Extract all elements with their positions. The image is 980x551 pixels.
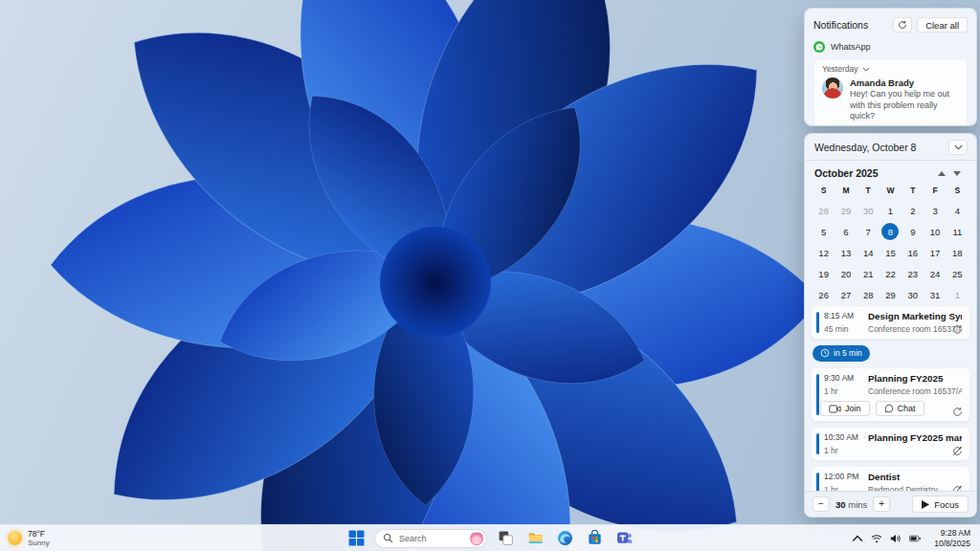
event-time: 9:30 AM [824, 373, 862, 384]
event-time: 8:15 AM [824, 311, 862, 321]
edge-icon [557, 530, 573, 546]
calendar-day[interactable]: 15 [880, 242, 902, 263]
calendar-day[interactable]: 9 [902, 221, 924, 242]
calendar-day[interactable]: 29 [835, 200, 857, 221]
event-location [868, 446, 962, 455]
battery-icon [909, 533, 921, 544]
focus-button[interactable]: Focus [912, 496, 969, 513]
sun-icon [8, 531, 22, 545]
duration-increase-button[interactable]: + [873, 496, 890, 512]
calendar-day[interactable]: 24 [924, 263, 946, 284]
taskbar: 78°F Sunny Search [0, 524, 980, 551]
events-list: 8:15 AMDesign Marketing Sync45 minConfer… [805, 302, 976, 517]
calendar-day[interactable]: 11 [947, 221, 969, 242]
taskbar-store-button[interactable] [583, 527, 606, 550]
volume-icon [890, 533, 902, 544]
event-card[interactable]: 10:30 AMPlanning FY2025 marketing1 hr [811, 427, 970, 461]
calendar-day[interactable]: 2 [902, 200, 924, 221]
join-button[interactable]: Join [820, 401, 870, 416]
event-title: Design Marketing Sync [868, 311, 962, 321]
chevron-down-icon[interactable] [862, 67, 870, 72]
start-button[interactable] [345, 527, 368, 550]
tray-volume-button[interactable] [887, 529, 904, 548]
notifications-title: Notifications [813, 19, 893, 31]
event-card[interactable]: 8:15 AMDesign Marketing Sync45 minConfer… [811, 305, 970, 340]
calendar-day[interactable]: 28 [813, 200, 835, 221]
calendar-day[interactable]: 12 [813, 242, 835, 263]
reminder-pill[interactable]: in 5 min [813, 345, 870, 362]
notification-settings-button[interactable] [893, 17, 912, 33]
weekday-label: M [835, 183, 857, 198]
windows-logo-icon [348, 530, 365, 546]
calendar-collapse-button[interactable] [948, 140, 968, 155]
taskbar-task-view-button[interactable] [494, 527, 517, 550]
calendar-day-grid: 2829301234567891011121314151617181920212… [813, 200, 969, 305]
taskbar-clock[interactable]: 9:28 AM 10/8/2025 [930, 528, 974, 548]
weekday-label: T [902, 183, 924, 198]
event-accent-bar [816, 374, 819, 415]
event-title: Dentist [868, 472, 962, 482]
calendar-day[interactable]: 21 [858, 263, 880, 284]
focus-duration-label: 30 mins [835, 499, 867, 510]
calendar-prev-month-button[interactable] [934, 167, 949, 179]
calendar-day[interactable]: 3 [924, 200, 946, 221]
calendar-day[interactable]: 20 [835, 263, 857, 284]
calendar-day[interactable]: 17 [924, 242, 946, 263]
duration-unit: mins [848, 499, 867, 510]
calendar-panel: Wednesday, October 8 October 2025 SMTWTF… [804, 133, 977, 518]
calendar-weekday-row: SMTWTFS [813, 183, 969, 198]
reminder-label: in 5 min [834, 348, 862, 358]
search-placeholder: Search [399, 534, 464, 543]
taskbar-weather-widget[interactable]: 78°F Sunny [8, 529, 50, 548]
calendar-day[interactable]: 23 [902, 263, 924, 284]
taskbar-file-explorer-button[interactable] [523, 527, 546, 550]
notification-card[interactable]: Yesterday Amanda Brady Hey! Can you help… [813, 58, 968, 126]
tray-wifi-button[interactable] [868, 529, 885, 548]
event-accent-bar [816, 433, 819, 454]
calendar-day[interactable]: 5 [813, 221, 835, 242]
chat-button[interactable]: Chat [876, 401, 924, 416]
taskbar-edge-button[interactable] [553, 527, 576, 550]
notification-group-label[interactable]: Yesterday [822, 64, 858, 74]
calendar-day[interactable]: 22 [880, 263, 902, 284]
search-icon [383, 533, 393, 543]
clock-icon [820, 348, 830, 358]
calendar-day[interactable]: 7 [858, 221, 880, 242]
whatsapp-icon [813, 41, 825, 53]
taskbar-teams-button[interactable] [612, 527, 635, 550]
calendar-day[interactable]: 16 [902, 242, 924, 263]
calendar-day[interactable]: 10 [924, 221, 946, 242]
calendar-next-month-button[interactable] [949, 167, 965, 179]
avatar [822, 77, 843, 99]
calendar-day[interactable]: 13 [835, 242, 857, 263]
search-box[interactable]: Search [374, 529, 487, 548]
play-icon [922, 500, 929, 509]
duration-decrease-button[interactable]: − [813, 496, 830, 512]
tray-battery-button[interactable] [906, 529, 924, 548]
notifications-panel: Notifications Clear all WhatsApp Yesterd… [804, 8, 977, 126]
event-duration: 45 min [824, 324, 862, 334]
calendar-date-header: Wednesday, October 8 [814, 142, 948, 153]
event-duration: 1 hr [824, 446, 862, 455]
calendar-day[interactable]: 19 [813, 263, 835, 284]
calendar-day[interactable]: 1 [880, 200, 902, 221]
weekday-label: S [813, 183, 835, 198]
notification-sender: Amanda Brady [850, 77, 959, 88]
calendar-day[interactable]: 25 [947, 263, 969, 284]
event-actions: JoinChat [820, 401, 962, 416]
calendar-day[interactable]: 6 [835, 221, 857, 242]
calendar-day[interactable]: 30 [858, 200, 880, 221]
chevron-up-icon [852, 533, 863, 544]
video-icon [829, 405, 841, 413]
calendar-day[interactable]: 18 [947, 242, 969, 263]
clear-all-button[interactable]: Clear all [917, 17, 968, 33]
event-card[interactable]: 9:30 AMPlanning FY20251 hrConference roo… [811, 367, 970, 422]
calendar-day[interactable]: 4 [947, 200, 969, 221]
tray-chevron-up-button[interactable] [849, 529, 866, 548]
notification-message: Hey! Can you help me out with this probl… [850, 89, 959, 122]
calendar-day[interactable]: 14 [858, 242, 880, 263]
calendar-day-selected[interactable]: 8 [880, 221, 902, 242]
notification-app-group[interactable]: WhatsApp [813, 40, 968, 53]
file-explorer-icon [527, 530, 544, 546]
weekday-label: S [947, 183, 969, 198]
